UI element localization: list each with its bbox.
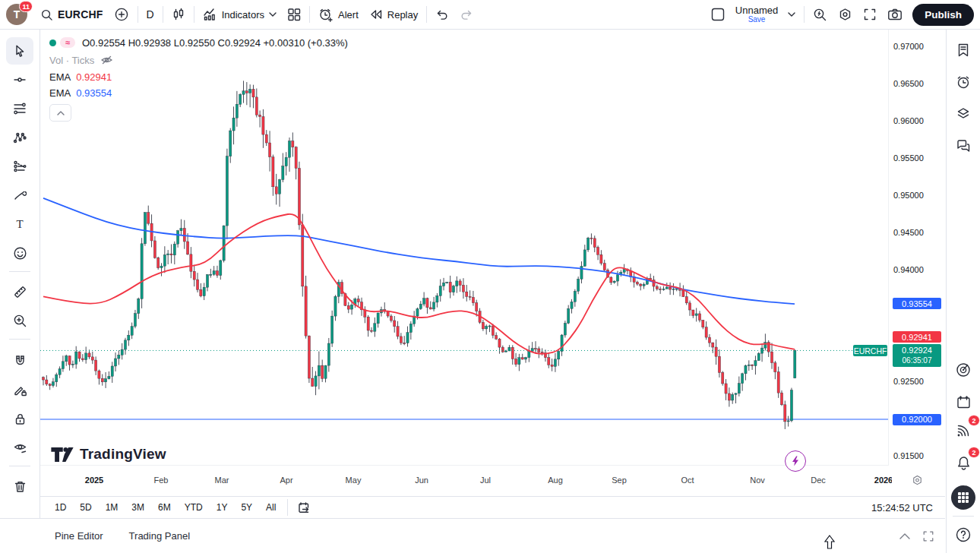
ema-label: EMA (49, 88, 71, 98)
streams-button[interactable]: 2 (950, 417, 977, 444)
panel-expand-chevron-icon[interactable] (899, 532, 910, 539)
tool-text[interactable]: T (6, 210, 33, 238)
legend-ema-fast-row[interactable]: EMA 0.92941 (49, 72, 348, 82)
time-tick: Dec (811, 476, 826, 485)
tool-fib-retracement[interactable] (6, 95, 33, 122)
screener-button[interactable] (950, 356, 977, 384)
price-level-label[interactable]: 0.92000 (893, 414, 941, 425)
tool-cursor[interactable] (6, 37, 33, 65)
compare-add-button[interactable] (109, 4, 134, 25)
symbol-price-tag: EURCHF (853, 345, 887, 356)
bar-countdown: 06:35:07 (903, 356, 932, 366)
alert-button[interactable]: Alert (313, 5, 364, 25)
settings-button[interactable] (833, 5, 858, 25)
broadcast-icon (955, 422, 972, 439)
range-button-5y[interactable]: 5Y (236, 500, 258, 515)
tool-pattern-xabcd[interactable] (6, 124, 33, 151)
tool-emoji[interactable] (6, 239, 33, 267)
range-button-all[interactable]: All (261, 500, 281, 515)
range-toolbar: 1D5D1M3M6MYTD1Y5YAll 15:24:52 UTC (40, 496, 945, 518)
trash-icon (13, 479, 27, 494)
calendar-button[interactable] (950, 388, 977, 416)
go-to-date-button[interactable] (294, 498, 312, 517)
legend-ema-slow-row[interactable]: EMA 0.93554 (49, 88, 348, 98)
tool-hide-drawings[interactable] (6, 434, 33, 461)
price-tick: 0.96000 (893, 116, 924, 125)
symbol-search-button[interactable]: EURCHF (35, 5, 109, 24)
layout-icon (710, 7, 726, 22)
price-tick: 0.91500 (893, 451, 924, 460)
undo-button[interactable] (430, 5, 454, 24)
layers-icon (956, 106, 971, 122)
watchlist-button[interactable] (950, 36, 977, 64)
legend-ohlc-row[interactable]: ≈ O0.92554 H0.92938 L0.92550 C0.92924 +0… (49, 37, 348, 48)
save-link[interactable]: Save (748, 16, 766, 24)
eye-off-icon[interactable] (100, 54, 114, 66)
fullscreen-icon (863, 8, 877, 21)
go-to-date-icon (296, 501, 310, 514)
clock[interactable]: 15:24:52 UTC (871, 502, 936, 514)
apps-grid-icon (950, 485, 976, 510)
indicators-icon (203, 8, 217, 21)
lightning-icon (791, 456, 800, 466)
layout-name-button[interactable]: Unnamed Save (731, 4, 782, 25)
price-level-label[interactable]: 0.92941 (893, 331, 941, 343)
chart-area[interactable]: ≈ O0.92554 H0.92938 L0.92550 C0.92924 +0… (40, 30, 945, 496)
range-button-3m[interactable]: 3M (126, 500, 150, 515)
calendar-icon (956, 394, 972, 410)
community-mood-icon[interactable]: ≈ (60, 37, 75, 48)
chat-button[interactable] (950, 132, 977, 160)
panel-tab-trading-panel[interactable]: Trading Panel (129, 530, 190, 542)
alerts-button[interactable] (950, 68, 977, 96)
magnet-icon (13, 354, 27, 368)
panel-tab-pine-editor[interactable]: Pine Editor (55, 530, 103, 542)
indicators-button[interactable]: Indicators (198, 5, 282, 24)
spark-lightning-button[interactable] (785, 450, 806, 472)
range-button-1m[interactable]: 1M (100, 500, 124, 515)
range-button-5d[interactable]: 5D (74, 500, 96, 515)
legend-volume-row[interactable]: Vol · Ticks (49, 54, 348, 66)
interval-button[interactable]: D (141, 5, 160, 24)
tool-remove-objects[interactable] (6, 472, 33, 500)
tool-zoom-in[interactable] (6, 307, 33, 334)
tradingview-logo-icon (51, 447, 74, 462)
price-level-label[interactable]: 0.93554 (893, 298, 941, 309)
time-axis[interactable]: 2025FebMarAprMayJunJulAugSepOctNovDec202… (40, 465, 945, 496)
fullscreen-button[interactable] (858, 5, 882, 24)
range-button-6m[interactable]: 6M (153, 500, 176, 515)
tool-drawing-mode-lock[interactable] (6, 376, 33, 403)
tool-magnet[interactable] (6, 347, 33, 374)
screenshot-button[interactable] (882, 5, 908, 24)
replay-button[interactable]: Replay (364, 5, 423, 24)
layout-select-button[interactable] (705, 4, 731, 25)
tool-lock-all[interactable] (6, 405, 33, 432)
legend-collapse-button[interactable] (49, 104, 71, 122)
quick-search-button[interactable] (808, 5, 833, 25)
top-toolbar: T 11 EURCHF D Indicators (0, 0, 980, 30)
ema-fast-line (43, 214, 795, 354)
panel-maximize-icon[interactable] (922, 530, 934, 542)
publish-button[interactable]: Publish (912, 4, 974, 26)
range-button-1y[interactable]: 1Y (211, 500, 233, 515)
tool-forecast[interactable] (6, 153, 33, 180)
object-tree-button[interactable] (950, 100, 977, 128)
tool-trend-line[interactable] (6, 66, 33, 93)
chart-style-button[interactable] (166, 5, 191, 24)
redo-button[interactable] (454, 5, 479, 24)
apps-menu-button[interactable] (950, 484, 977, 511)
tool-brush[interactable] (6, 182, 33, 209)
range-button-1d[interactable]: 1D (49, 500, 71, 515)
axis-settings-gear-icon[interactable] (912, 475, 923, 488)
help-button[interactable] (950, 521, 977, 548)
time-tick: Aug (548, 476, 563, 485)
layout-menu-button[interactable] (782, 9, 801, 20)
replay-label: Replay (387, 9, 418, 21)
notifications-button[interactable]: 2 (950, 449, 977, 476)
user-avatar[interactable]: T 11 (6, 4, 27, 25)
grid-layout-button[interactable] (282, 5, 306, 24)
range-button-ytd[interactable]: YTD (179, 500, 208, 515)
current-price-label[interactable]: 0.9292406:35:07 (893, 344, 941, 367)
price-axis[interactable]: 0.970000.965000.960000.955000.950000.945… (888, 30, 945, 466)
price-tick: 0.95000 (893, 191, 924, 200)
tool-measure[interactable] (6, 278, 33, 305)
